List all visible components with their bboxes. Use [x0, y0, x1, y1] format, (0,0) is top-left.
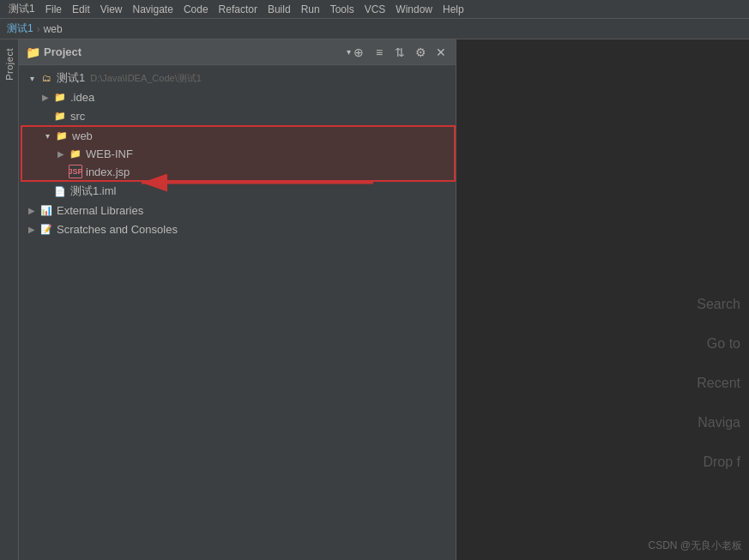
tree-item-src[interactable]: ▶ 📁 src [19, 106, 456, 125]
webinf-folder-icon: 📁 [69, 147, 82, 160]
tree-item-idea[interactable]: ▶ 📁 .idea [19, 87, 456, 106]
tree-item-root[interactable]: ▾ 🗂 测试1 D:\Java\IDEA_Code\测试1 [19, 69, 456, 87]
close-icon[interactable]: ✕ [433, 45, 449, 60]
tree-item-webinf[interactable]: ▶ 📁 WEB-INF [21, 144, 456, 163]
jsp-file-icon: JSP [69, 165, 82, 178]
menu-item-code[interactable]: Code [178, 3, 214, 15]
collapse-icon[interactable]: ≡ [371, 45, 387, 60]
expand-arrow-idea: ▶ [39, 91, 51, 103]
web-folder-icon: 📁 [55, 129, 69, 142]
tree-item-extlibs[interactable]: ▶ 📊 External Libraries [19, 201, 456, 220]
tree-label-root: 测试1 [57, 70, 85, 86]
folder-icon: 📁 [26, 45, 40, 59]
menu-item-vcs[interactable]: VCS [359, 3, 391, 15]
right-panel: Search Go to Recent Naviga Drop f [456, 39, 749, 560]
iml-file-icon: 📄 [53, 184, 67, 198]
menu-item-file[interactable]: 测试1 [3, 2, 40, 16]
tree-label-scratches: Scratches and Consoles [57, 223, 178, 236]
menu-item-tools[interactable]: Tools [325, 3, 359, 15]
main-area: Project 📁 Project ▾ ⊕ ≡ ⇅ ⚙ ✕ ▾ 🗂 测试1 D:… [0, 39, 749, 560]
expand-arrow-webinf: ▶ [55, 148, 67, 160]
menu-item-edit[interactable]: Edit [67, 3, 95, 15]
menu-item-build[interactable]: Build [263, 3, 296, 15]
menu-item-view[interactable]: View [95, 3, 128, 15]
tree-label-web: web [72, 129, 93, 142]
panel-title: Project [44, 45, 343, 58]
right-label-search: Search [697, 297, 740, 312]
breadcrumb: 测试1 › web [0, 19, 749, 39]
right-label-recent: Recent [697, 376, 740, 391]
menu-item-file[interactable]: File [40, 3, 67, 15]
sort-icon[interactable]: ⇅ [392, 45, 408, 60]
menu-item-run[interactable]: Run [296, 3, 325, 15]
project-panel: 📁 Project ▾ ⊕ ≡ ⇅ ⚙ ✕ ▾ 🗂 测试1 D:\Java\ID… [19, 39, 456, 560]
src-folder-icon: 📁 [53, 109, 67, 123]
settings-icon[interactable]: ⚙ [413, 45, 428, 60]
tree-label-src: src [70, 110, 85, 123]
tree-label-extlibs: External Libraries [57, 204, 143, 217]
right-label-naviga: Naviga [698, 415, 740, 431]
tree-label-webinf: WEB-INF [86, 148, 133, 160]
left-sidebar-tab: Project [0, 39, 19, 560]
tree-item-web[interactable]: ▾ 📁 web [21, 125, 456, 144]
right-label-dropf: Drop f [703, 455, 740, 470]
idea-folder-icon: 📁 [53, 90, 67, 104]
menu-item-navigate[interactable]: Navigate [128, 3, 178, 15]
tree-item-scratches[interactable]: ▶ 📝 Scratches and Consoles [19, 220, 456, 238]
expand-arrow-scratches: ▶ [26, 223, 38, 235]
menu-item-window[interactable]: Window [390, 3, 438, 15]
watermark: CSDN @无良小老板 [648, 539, 742, 553]
menubar: 测试1 File Edit View Navigate Code Refacto… [0, 0, 749, 19]
panel-toolbar: ⊕ ≡ ⇅ ⚙ ✕ [351, 45, 449, 60]
expand-arrow-web: ▾ [41, 129, 53, 142]
expand-arrow-root: ▾ [26, 72, 38, 84]
tree-label-indexjsp: index.jsp [86, 166, 130, 178]
tree-item-indexjsp[interactable]: ▶ JSP index.jsp [21, 163, 456, 182]
tree-label-idea: .idea [70, 91, 94, 104]
breadcrumb-current: web [44, 23, 63, 35]
tree-path-root: D:\Java\IDEA_Code\测试1 [90, 72, 202, 85]
extlibs-icon: 📊 [39, 203, 53, 217]
panel-header: 📁 Project ▾ ⊕ ≡ ⇅ ⚙ ✕ [19, 39, 456, 65]
project-folder-icon: 🗂 [39, 71, 53, 85]
menu-item-help[interactable]: Help [438, 3, 469, 15]
project-tab-label[interactable]: Project [4, 43, 15, 86]
menu-item-refactor[interactable]: Refactor [214, 3, 263, 15]
tree-item-iml[interactable]: ▶ 📄 测试1.iml [19, 182, 456, 201]
tree-label-iml: 测试1.iml [70, 184, 116, 199]
scratches-icon: 📝 [39, 222, 53, 236]
breadcrumb-separator: › [37, 23, 40, 35]
expand-arrow-extlibs: ▶ [26, 204, 38, 216]
right-label-goto: Go to [707, 336, 740, 352]
breadcrumb-project[interactable]: 测试1 [7, 21, 33, 36]
locate-icon[interactable]: ⊕ [351, 45, 366, 60]
project-tree: ▾ 🗂 测试1 D:\Java\IDEA_Code\测试1 ▶ 📁 .idea … [19, 65, 456, 560]
